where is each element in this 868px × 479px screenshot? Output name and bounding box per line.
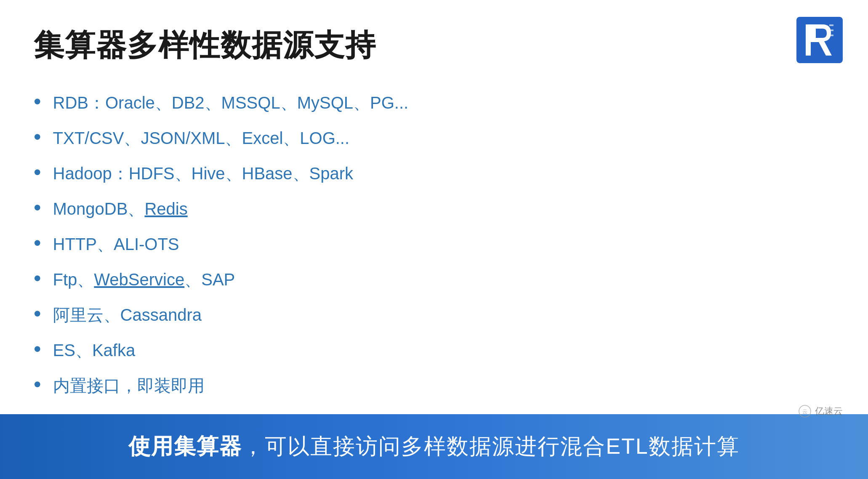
bullet-dot-4: • (34, 197, 41, 218)
svg-rect-3 (829, 29, 833, 31)
svg-rect-4 (829, 35, 833, 36)
bullet-link-webservice[interactable]: WebService (94, 268, 184, 291)
list-item: • RDB：Oracle、DB2、MSSQL、MySQL、PG... (34, 91, 834, 114)
watermark-label: 亿速云 (815, 405, 843, 418)
bullet-text-5: HTTP、ALI-OTS (53, 232, 179, 256)
bullet-text-1: RDB：Oracle、DB2、MSSQL、MySQL、PG... (53, 91, 409, 114)
slide-container: 集算器多样性数据源支持 • RDB：Oracle、DB2、MSSQL、MySQL… (0, 0, 868, 479)
svg-rect-2 (829, 24, 833, 26)
bullet-link-redis[interactable]: Redis (144, 197, 187, 221)
list-item: • HTTP、ALI-OTS (34, 232, 834, 256)
bullet-text-8: ES、Kafka (53, 338, 136, 362)
list-item: • 阿里云、Cassandra (34, 303, 834, 327)
watermark: 云 亿速云 (798, 404, 843, 418)
bullet-dot-9: • (34, 374, 41, 395)
list-item: • MongoDB、 Redis (34, 197, 834, 221)
banner-text-normal: ，可以直接访问多样数据源进行混合ETL数据计算 (242, 434, 739, 458)
list-item: • TXT/CSV、JSON/XML、Excel、LOG... (34, 126, 834, 150)
bullet-dot-2: • (34, 126, 41, 147)
list-item: • Ftp、 WebService 、SAP (34, 268, 834, 291)
watermark-icon: 云 (798, 404, 812, 418)
page-title: 集算器多样性数据源支持 (34, 25, 834, 66)
bullet-dot-8: • (34, 338, 41, 359)
bullet-text-3: Hadoop：HDFS、Hive、HBase、Spark (53, 162, 354, 185)
list-item: • Hadoop：HDFS、Hive、HBase、Spark (34, 162, 834, 185)
list-item: • ES、Kafka (34, 338, 834, 362)
bullet-list: • RDB：Oracle、DB2、MSSQL、MySQL、PG... • TXT… (34, 91, 834, 397)
bullet-text-9: 内置接口，即装即用 (53, 374, 205, 397)
bullet-dot-1: • (34, 91, 41, 112)
bottom-banner: 使用集算器，可以直接访问多样数据源进行混合ETL数据计算 (0, 414, 868, 479)
svg-text:云: 云 (802, 409, 807, 415)
bullet-text-6-before: Ftp、 (53, 268, 94, 291)
bullet-dot-5: • (34, 232, 41, 253)
bullet-dot-3: • (34, 162, 41, 183)
list-item: • 内置接口，即装即用 (34, 374, 834, 397)
bullet-text-6-after: 、SAP (184, 268, 235, 291)
bullet-text-2: TXT/CSV、JSON/XML、Excel、LOG... (53, 126, 350, 150)
company-logo-icon (796, 17, 843, 63)
logo-container (796, 17, 843, 63)
banner-text: 使用集算器，可以直接访问多样数据源进行混合ETL数据计算 (128, 432, 739, 461)
bullet-dot-7: • (34, 303, 41, 324)
bullet-text-7: 阿里云、Cassandra (53, 303, 202, 327)
bullet-text-4-before: MongoDB、 (53, 197, 145, 221)
banner-text-bold: 使用集算器 (128, 434, 242, 458)
bullet-dot-6: • (34, 268, 41, 289)
